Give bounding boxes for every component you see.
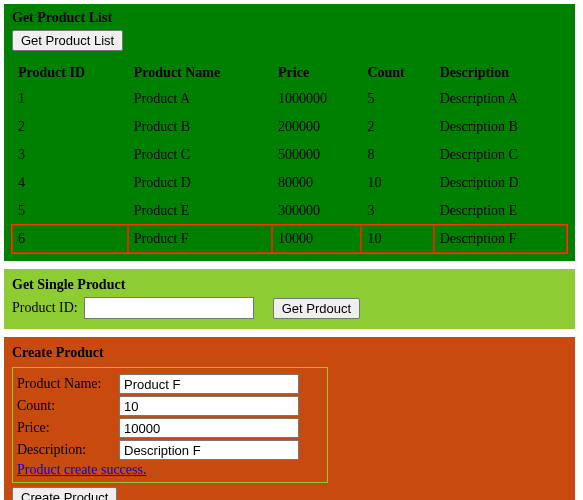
name-label: Product Name: (17, 376, 119, 392)
cell-name: Product C (128, 141, 272, 169)
cell-price: 80000 (272, 169, 361, 197)
cell-count: 2 (361, 113, 433, 141)
desc-label: Description: (17, 442, 119, 458)
cell-name: Product A (128, 85, 272, 113)
cell-id: 1 (12, 85, 128, 113)
cell-count: 3 (361, 197, 433, 225)
cell-desc: Description B (434, 113, 567, 141)
create-product-panel: Create Product Product Name: Count: Pric… (4, 337, 575, 500)
cell-price: 200000 (272, 113, 361, 141)
cell-price: 1000000 (272, 85, 361, 113)
status-message: Product create success. (17, 462, 323, 478)
cell-desc: Description A (434, 85, 567, 113)
panel-heading: Get Single Product (12, 277, 567, 293)
cell-name: Product F (128, 225, 272, 253)
cell-desc: Description E (434, 197, 567, 225)
table-header-row: Product ID Product Name Price Count Desc… (12, 61, 567, 85)
cell-count: 8 (361, 141, 433, 169)
get-product-button[interactable]: Get Prdouct (273, 298, 360, 319)
table-row[interactable]: 1Product A10000005Description A (12, 85, 567, 113)
cell-count: 10 (361, 225, 433, 253)
cell-id: 2 (12, 113, 128, 141)
product-id-label: Product ID: (12, 300, 78, 316)
table-row[interactable]: 5Product E3000003Description E (12, 197, 567, 225)
col-id: Product ID (12, 61, 128, 85)
get-product-list-button[interactable]: Get Product List (12, 30, 123, 51)
description-input[interactable] (119, 440, 299, 460)
panel-heading: Get Product List (12, 10, 567, 26)
cell-count: 10 (361, 169, 433, 197)
col-count: Count (361, 61, 433, 85)
price-label: Price: (17, 420, 119, 436)
cell-id: 6 (12, 225, 128, 253)
table-row[interactable]: 4Product D8000010Description D (12, 169, 567, 197)
product-id-input[interactable] (84, 297, 254, 319)
count-input[interactable] (119, 396, 299, 416)
cell-id: 4 (12, 169, 128, 197)
cell-price: 300000 (272, 197, 361, 225)
cell-count: 5 (361, 85, 433, 113)
cell-price: 10000 (272, 225, 361, 253)
get-product-list-panel: Get Product List Get Product List Produc… (4, 4, 575, 261)
cell-desc: Description C (434, 141, 567, 169)
cell-desc: Description D (434, 169, 567, 197)
table-row[interactable]: 6Product F1000010Description F (12, 225, 567, 253)
count-label: Count: (17, 398, 119, 414)
create-form: Product Name: Count: Price: Description:… (12, 367, 328, 483)
panel-heading: Create Product (12, 345, 567, 361)
product-name-input[interactable] (119, 374, 299, 394)
product-table: Product ID Product Name Price Count Desc… (12, 61, 567, 253)
cell-name: Product B (128, 113, 272, 141)
col-name: Product Name (128, 61, 272, 85)
table-row[interactable]: 3Product C5000008Description C (12, 141, 567, 169)
cell-name: Product D (128, 169, 272, 197)
col-price: Price (272, 61, 361, 85)
table-row[interactable]: 2Product B2000002Description B (12, 113, 567, 141)
cell-name: Product E (128, 197, 272, 225)
cell-desc: Description F (434, 225, 567, 253)
cell-id: 3 (12, 141, 128, 169)
create-product-button[interactable]: Create Product (12, 487, 117, 500)
price-input[interactable] (119, 418, 299, 438)
cell-id: 5 (12, 197, 128, 225)
cell-price: 500000 (272, 141, 361, 169)
get-single-product-panel: Get Single Product Product ID: Get Prdou… (4, 269, 575, 329)
col-desc: Description (434, 61, 567, 85)
